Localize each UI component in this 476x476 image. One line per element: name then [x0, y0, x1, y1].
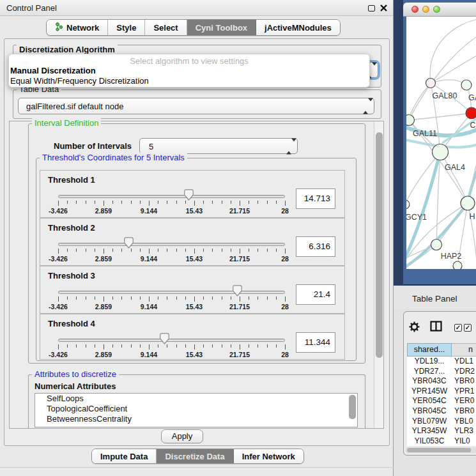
network-node[interactable]	[466, 107, 476, 119]
gear-icon[interactable]	[409, 321, 420, 335]
threshold-1-slider[interactable]: -3.4262.8599.14415.4321.71528	[58, 171, 285, 217]
threshold-2-value-field[interactable]: 6.316	[296, 236, 335, 257]
mac-zoom-icon[interactable]	[433, 6, 440, 13]
table-row[interactable]: YDL19...YDL1	[407, 357, 476, 367]
list-scrollbar-thumb[interactable]	[349, 395, 356, 419]
vertical-scrollbar[interactable]	[374, 121, 383, 428]
tick-label: 2.859	[95, 207, 112, 215]
numerical-attributes-list[interactable]: SelfLoopsTopologicalCoefficientBetweenne…	[35, 393, 358, 427]
tick-mark	[86, 249, 86, 252]
cell-name[interactable]: YLR3	[452, 426, 476, 436]
table-row[interactable]: YLR345WYLR3	[407, 426, 476, 436]
threshold-1-value-field[interactable]: 14.713	[296, 188, 335, 209]
cell-name[interactable]: YDL1	[452, 357, 476, 367]
slider-track[interactable]	[58, 291, 285, 294]
table-row[interactable]: YBL079WYBL0	[407, 417, 476, 427]
screen: Control Panel Network Styl	[0, 0, 476, 476]
network-node[interactable]	[461, 196, 475, 210]
cell-shared-name[interactable]: YBL079W	[407, 417, 452, 427]
tick-mark	[86, 201, 86, 204]
number-of-intervals-spinner[interactable]: 5	[139, 138, 298, 154]
cell-shared-name[interactable]: YDR27...	[407, 367, 452, 377]
table-data-combobox[interactable]: galFiltered.sif default node	[18, 98, 374, 114]
table-row[interactable]: YDR27...YDR2	[407, 367, 476, 377]
network-node[interactable]	[453, 261, 462, 269]
mac-minimize-icon[interactable]	[422, 6, 429, 13]
list-item[interactable]: TopologicalCoefficient	[35, 404, 357, 414]
algorithm-option-equal-width[interactable]: Equal Width/Frequency Discretization	[9, 76, 369, 86]
checkbox-checked-icon[interactable]: ✓	[454, 324, 462, 332]
slider-thumb[interactable]	[184, 189, 194, 201]
threshold-3-slider[interactable]: -3.4262.8599.14415.4321.71528	[58, 266, 285, 313]
tab-cyni-toolbox[interactable]: Cyni Toolbox	[187, 20, 256, 35]
tick-mark	[285, 249, 286, 254]
network-node[interactable]	[433, 144, 449, 160]
cell-name[interactable]: YBR0	[452, 376, 476, 387]
list-item[interactable]: BetweennessCentrality	[35, 414, 357, 424]
network-node[interactable]	[426, 79, 436, 88]
tab-select[interactable]: Select	[145, 20, 187, 35]
cell-shared-name[interactable]: YIL053C	[407, 436, 452, 447]
algorithm-option-manual[interactable]: Manual Discretization	[9, 66, 369, 76]
checkbox-checked-icon[interactable]: ✓	[464, 324, 472, 332]
tick-mark	[158, 296, 158, 300]
slider-thumb[interactable]	[124, 237, 134, 249]
slider-thumb[interactable]	[160, 333, 169, 344]
tab-infer-network[interactable]: Infer Network	[234, 449, 303, 463]
threshold-3-value-field[interactable]: 21.4	[296, 284, 335, 305]
threshold-2-slider[interactable]: -3.4262.8599.14415.4321.71528	[58, 219, 285, 265]
close-icon[interactable]	[380, 4, 388, 12]
table-row[interactable]: YER054CYER0	[407, 396, 476, 406]
network-node[interactable]	[461, 80, 472, 90]
cell-name[interactable]: YIL0	[452, 436, 476, 447]
list-item[interactable]: SelfLoops	[35, 394, 357, 404]
table-row[interactable]: YBR043CYBR0	[407, 376, 476, 387]
network-canvas[interactable]: GAL80GACGAL11GAL4GCY1HHAP2	[406, 17, 476, 269]
threshold-4-slider[interactable]: -3.4262.8599.14415.4321.71528	[58, 314, 285, 359]
column-header-name[interactable]: n	[452, 343, 476, 357]
cell-name[interactable]: YER0	[452, 396, 476, 406]
tick-mark	[112, 249, 113, 252]
cell-name[interactable]: YBL0	[452, 417, 476, 427]
threshold-4-value-field[interactable]: 11.344	[296, 332, 335, 353]
tick-label: -3.426	[49, 351, 68, 358]
cell-shared-name[interactable]: YLR345W	[407, 426, 452, 436]
tab-discretize-data[interactable]: Discretize Data	[157, 449, 233, 463]
horizontal-scrollbar[interactable]	[406, 447, 476, 453]
network-node[interactable]	[406, 200, 410, 209]
tick-mark	[104, 344, 104, 349]
cell-shared-name[interactable]: YER054C	[407, 396, 452, 406]
horizontal-scrollbar-thumb[interactable]	[407, 448, 471, 452]
network-window-titlebar[interactable]	[403, 3, 476, 17]
cell-shared-name[interactable]: YBR043C	[407, 376, 452, 387]
cell-shared-name[interactable]: YBR045C	[407, 406, 452, 417]
network-node[interactable]	[431, 240, 442, 250]
tick-mark	[257, 344, 258, 348]
cell-name[interactable]: YDR2	[452, 367, 476, 377]
cell-shared-name[interactable]: YPR145W	[407, 387, 452, 397]
tick-label: 2.859	[95, 351, 112, 358]
table-row[interactable]: YIL053CYIL0	[407, 436, 476, 447]
tab-impute-data[interactable]: Impute Data	[92, 449, 157, 463]
slider-thumb[interactable]	[233, 285, 242, 296]
float-window-icon[interactable]	[368, 5, 375, 12]
cell-name[interactable]: YBR0	[452, 406, 476, 417]
vertical-scrollbar-thumb[interactable]	[376, 132, 383, 358]
slider-track[interactable]	[58, 195, 285, 198]
table-row[interactable]: YPR145WYPR1	[407, 387, 476, 397]
tab-style[interactable]: Style	[108, 20, 145, 35]
tick-mark	[67, 344, 68, 348]
tab-jactivemnodules[interactable]: jActiveMNodules	[256, 20, 340, 35]
column-header-shared-name[interactable]: shared...	[407, 343, 452, 357]
split-columns-icon[interactable]	[430, 321, 442, 334]
network-node-label: GAL4	[445, 163, 465, 172]
network-node[interactable]	[406, 115, 415, 126]
slider-track[interactable]	[58, 243, 285, 246]
apply-button[interactable]: Apply	[161, 429, 203, 443]
table-row[interactable]: YBR045CYBR0	[407, 406, 476, 417]
tab-network[interactable]: Network	[47, 20, 108, 35]
cell-name[interactable]: YPR1	[452, 387, 476, 397]
slider-track[interactable]	[58, 339, 285, 342]
cell-shared-name[interactable]: YDL19...	[407, 357, 452, 367]
mac-close-icon[interactable]	[411, 6, 418, 13]
